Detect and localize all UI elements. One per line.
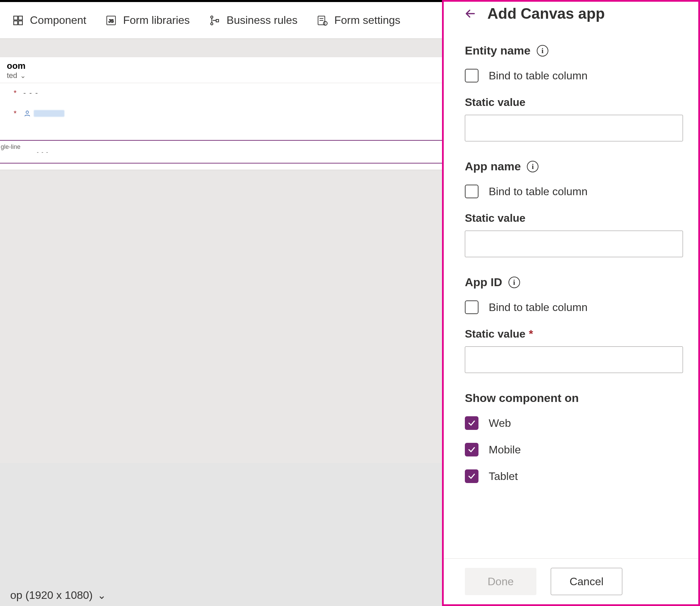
field-type-label: gle-line — [1, 143, 20, 151]
toolbar-item-component[interactable]: Component — [12, 11, 86, 30]
section-entity-name: Entity name i Bind to table column Stati… — [465, 44, 677, 141]
tablet-checkbox[interactable] — [465, 469, 478, 483]
info-icon[interactable]: i — [508, 277, 520, 288]
add-canvas-app-panel: Add Canvas app Entity name i Bind to tab… — [442, 0, 700, 606]
svg-rect-1 — [18, 16, 22, 20]
required-indicator: * — [14, 89, 17, 97]
resolution-picker[interactable]: op (1920 x 1080) ⌄ — [10, 589, 106, 602]
owner-chip — [34, 110, 64, 117]
web-checkbox[interactable] — [465, 416, 478, 430]
toolbar-item-business-rules[interactable]: Business rules — [209, 11, 298, 30]
person-icon — [24, 110, 31, 117]
appname-static-label: Static value — [465, 212, 677, 224]
svg-point-7 — [211, 22, 213, 25]
section-show-component-on: Show component on Web Mobile — [465, 391, 677, 483]
toolbar-item-form-settings[interactable]: Form settings — [317, 11, 400, 30]
resolution-label: op (1920 x 1080) — [10, 589, 93, 602]
svg-point-11 — [26, 111, 28, 113]
cancel-button[interactable]: Cancel — [551, 568, 622, 595]
toolbar-component-label: Component — [30, 14, 86, 27]
toolbar-bizrules-label: Business rules — [227, 14, 298, 27]
tablet-label: Tablet — [489, 470, 518, 483]
field-placeholder: - - - — [24, 89, 39, 97]
component-icon — [12, 15, 24, 26]
entity-bind-label: Bind to table column — [489, 69, 588, 82]
appid-static-input[interactable] — [465, 346, 683, 373]
entity-name-heading: Entity name — [465, 44, 531, 57]
svg-rect-2 — [14, 21, 17, 25]
owner-lookup[interactable] — [24, 110, 64, 117]
flow-icon — [209, 15, 220, 26]
info-icon[interactable]: i — [537, 45, 548, 57]
form-settings-icon — [317, 15, 328, 26]
panel-footer: Done Cancel — [444, 558, 698, 604]
toolbar-formsettings-label: Form settings — [334, 14, 400, 27]
form-subtitle: ted — [7, 71, 17, 80]
info-icon[interactable]: i — [527, 161, 538, 172]
chevron-down-icon: ⌄ — [97, 589, 106, 601]
appid-static-label: Static value — [465, 328, 526, 340]
web-label: Web — [489, 417, 511, 430]
entity-bind-checkbox[interactable] — [465, 69, 478, 82]
svg-point-10 — [323, 21, 327, 25]
done-button[interactable]: Done — [465, 568, 536, 595]
svg-text:JS: JS — [109, 18, 114, 23]
mobile-label: Mobile — [489, 444, 521, 456]
toolbar-item-form-libraries[interactable]: JS Form libraries — [105, 11, 190, 30]
mobile-checkbox[interactable] — [465, 443, 478, 456]
svg-rect-3 — [18, 21, 22, 25]
arrow-left-icon — [463, 7, 477, 20]
appname-bind-checkbox[interactable] — [465, 185, 478, 198]
appname-static-input[interactable] — [465, 231, 683, 257]
show-on-heading: Show component on — [465, 391, 579, 405]
chevron-down-icon[interactable]: ⌄ — [20, 72, 26, 80]
section-app-name: App name i Bind to table column Static v… — [465, 160, 677, 257]
js-icon: JS — [105, 15, 117, 26]
appid-bind-checkbox[interactable] — [465, 300, 478, 314]
app-name-heading: App name — [465, 160, 521, 173]
svg-rect-8 — [216, 19, 218, 22]
required-indicator: * — [14, 109, 17, 118]
required-indicator: * — [529, 328, 533, 340]
field-placeholder: - - - — [37, 149, 49, 155]
section-app-id: App ID i Bind to table column Static val… — [465, 276, 677, 373]
app-id-heading: App ID — [465, 276, 502, 289]
svg-rect-0 — [14, 16, 17, 20]
panel-title: Add Canvas app — [487, 5, 605, 22]
entity-static-label: Static value — [465, 96, 677, 109]
svg-point-6 — [211, 16, 213, 18]
entity-static-input[interactable] — [465, 115, 683, 141]
appid-bind-label: Bind to table column — [489, 301, 588, 314]
back-button[interactable] — [463, 6, 478, 21]
toolbar-formlib-label: Form libraries — [123, 14, 190, 27]
appname-bind-label: Bind to table column — [489, 185, 588, 198]
